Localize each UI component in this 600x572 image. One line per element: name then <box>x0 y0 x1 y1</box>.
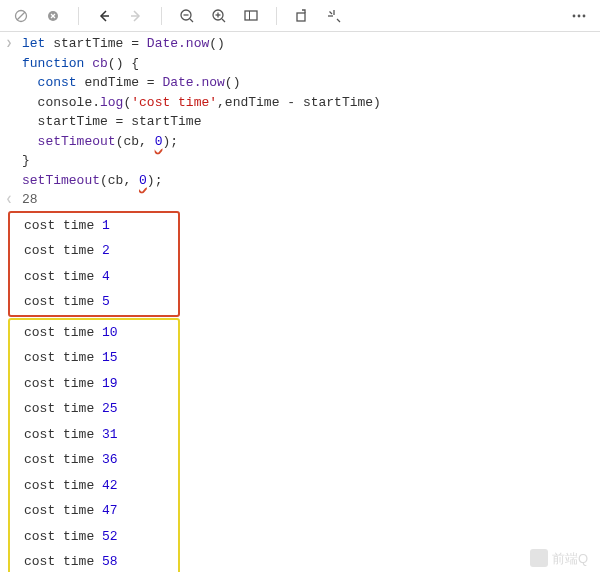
result-arrow-icon: ❯ <box>6 192 12 207</box>
debug-tools-button[interactable] <box>319 2 349 30</box>
code-line-3: const endTime = Date.now() <box>22 73 600 93</box>
console-log-line: cost time 15 <box>10 345 178 371</box>
console-log-line: cost time 1 <box>10 213 178 239</box>
console-log-line: cost time 4 <box>10 264 178 290</box>
back-arrow-icon <box>96 8 112 24</box>
watermark-logo-icon <box>530 549 548 567</box>
devtools-toolbar <box>0 0 600 32</box>
zoom-in-icon <box>211 8 227 24</box>
viewport-button[interactable] <box>236 2 266 30</box>
console-log-line: cost time 2 <box>10 238 178 264</box>
svg-rect-14 <box>245 11 257 20</box>
svg-line-11 <box>222 19 225 22</box>
step-button[interactable] <box>287 2 317 30</box>
back-button[interactable] <box>89 2 119 30</box>
code-line-8: setTimeout(cb, 0); <box>22 171 600 191</box>
code-line-4: console.log('cost time',endTime - startT… <box>22 93 600 113</box>
code-line-7: } <box>22 151 600 171</box>
console-log-line: cost time 58 <box>10 549 178 572</box>
close-icon <box>47 10 59 22</box>
clear-icon <box>14 9 28 23</box>
zoom-out-button[interactable] <box>172 2 202 30</box>
debug-tools-icon <box>326 8 342 24</box>
console-log-line: cost time 42 <box>10 473 178 499</box>
highlight-box-yellow: cost time 10cost time 15cost time 19cost… <box>8 318 180 573</box>
console-input[interactable]: ❯ let startTime = Date.now() function cb… <box>4 34 600 190</box>
svg-line-1 <box>17 12 25 20</box>
step-icon <box>294 8 310 24</box>
console-result: ❯ 28 <box>4 190 600 210</box>
svg-point-23 <box>583 14 586 17</box>
code-line-5: startTime = startTime <box>22 112 600 132</box>
code-line-6: setTimeout(cb, 0); <box>22 132 600 152</box>
close-button[interactable] <box>38 2 68 30</box>
clear-console-button[interactable] <box>6 2 36 30</box>
highlight-box-red: cost time 1cost time 2cost time 4cost ti… <box>8 211 180 317</box>
more-icon <box>571 14 587 18</box>
zoom-out-icon <box>179 8 195 24</box>
zoom-in-button[interactable] <box>204 2 234 30</box>
forward-arrow-icon <box>128 8 144 24</box>
console-log-line: cost time 36 <box>10 447 178 473</box>
watermark-text: 前端Q <box>552 549 588 569</box>
input-prompt-icon: ❯ <box>6 36 12 51</box>
svg-line-19 <box>337 19 340 22</box>
console-log-line: cost time 25 <box>10 396 178 422</box>
console-body: ❯ let startTime = Date.now() function cb… <box>0 32 600 572</box>
svg-line-8 <box>190 19 193 22</box>
console-log-line: cost time 19 <box>10 371 178 397</box>
forward-button <box>121 2 151 30</box>
console-log-line: cost time 52 <box>10 524 178 550</box>
console-log-line: cost time 5 <box>10 289 178 315</box>
viewport-icon <box>243 8 259 24</box>
more-options-button[interactable] <box>564 2 594 30</box>
console-log-line: cost time 47 <box>10 498 178 524</box>
console-log-line: cost time 10 <box>10 320 178 346</box>
svg-rect-16 <box>297 13 305 21</box>
svg-point-22 <box>578 14 581 17</box>
console-log-line: cost time 31 <box>10 422 178 448</box>
result-value: 28 <box>22 192 38 207</box>
code-line-2: function cb() { <box>22 54 600 74</box>
svg-line-20 <box>330 11 333 14</box>
watermark: 前端Q <box>530 549 588 569</box>
code-line-1: let startTime = Date.now() <box>22 34 600 54</box>
svg-point-21 <box>573 14 576 17</box>
